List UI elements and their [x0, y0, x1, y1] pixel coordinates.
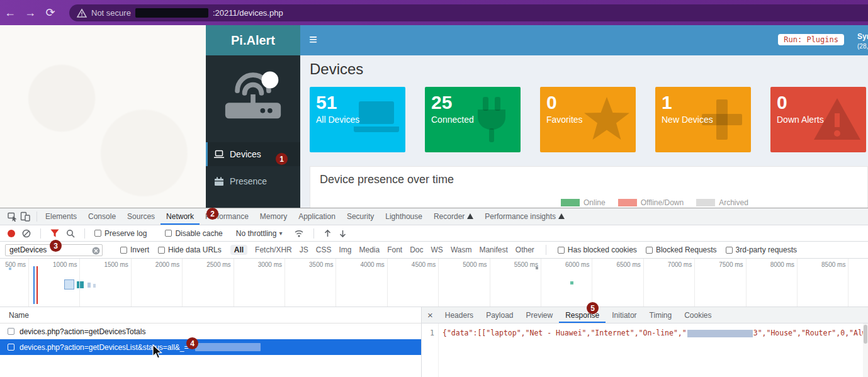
clear-log-icon[interactable]: [22, 229, 31, 238]
redacted-host: [135, 8, 208, 18]
response-viewer[interactable]: 1 {"data":[["laptop","Net - Huawei","Int…: [422, 324, 868, 377]
filter-type-ws[interactable]: WS: [431, 245, 443, 254]
legend-label: Offline/Down: [641, 198, 684, 207]
request-row[interactable]: devices.php?action=getDevicesTotals: [0, 324, 421, 339]
reload-icon[interactable]: ⟳: [40, 3, 60, 22]
filter-type-media[interactable]: Media: [359, 245, 380, 254]
detail-tab-headers[interactable]: Headers: [439, 307, 480, 323]
timeline-gridline: [28, 259, 29, 307]
router-logo-icon: [206, 63, 300, 123]
tab-performance-insights[interactable]: Performance insights: [479, 208, 570, 225]
timeline-gridline: [182, 259, 183, 307]
sidebar-item-presence[interactable]: Presence: [206, 169, 300, 193]
timeline-tick-label: 3000 ms: [247, 261, 282, 268]
record-button[interactable]: [8, 230, 15, 237]
request-file-icon: [8, 328, 14, 335]
summary-cards: 51 All Devices 25 Connected 0 Favorites …: [310, 87, 868, 152]
legend-swatch: [561, 199, 580, 206]
throttling-dropdown[interactable]: No throttling▾: [236, 229, 283, 238]
laptop-icon: [214, 150, 224, 159]
tab-recorder[interactable]: Recorder: [428, 208, 479, 225]
filter-type-img[interactable]: Img: [339, 245, 351, 254]
tab-elements[interactable]: Elements: [40, 208, 82, 225]
scrollbar-thumb[interactable]: [864, 325, 867, 344]
tab-label: Network: [166, 212, 194, 221]
detail-tab-preview[interactable]: Preview: [520, 307, 560, 323]
tab-memory[interactable]: Memory: [254, 208, 293, 225]
annotation-badge-1: 1: [276, 153, 288, 165]
checkbox-label: Blocked Requests: [656, 245, 717, 254]
card-new-devices[interactable]: 1 New Devices: [655, 87, 751, 152]
inspect-element-icon[interactable]: [8, 211, 18, 222]
export-har-icon[interactable]: [339, 229, 347, 238]
import-har-icon[interactable]: [324, 229, 332, 238]
address-bar[interactable]: Not secure :20211/devices.php: [69, 4, 868, 21]
line-number-gutter: 1: [422, 324, 439, 377]
tab-lighthouse[interactable]: Lighthouse: [380, 208, 428, 225]
browser-toolbar: ← → ⟳ Not secure :20211/devices.php: [0, 0, 868, 25]
scrollbar[interactable]: [863, 324, 868, 377]
tab-application[interactable]: Application: [293, 208, 341, 225]
device-toolbar-icon[interactable]: [20, 211, 30, 222]
calendar-icon: [214, 177, 224, 186]
legend-archived[interactable]: Archived: [696, 198, 748, 207]
run-plugins-button[interactable]: Run: Plugins: [778, 34, 844, 45]
legend-offline[interactable]: Offline/Down: [618, 198, 684, 207]
dropdown-value: No throttling: [236, 229, 277, 238]
has-blocked-cookies-checkbox[interactable]: Has blocked cookies: [558, 245, 637, 254]
filter-type-wasm[interactable]: Wasm: [451, 245, 472, 254]
card-connected[interactable]: 25 Connected: [425, 87, 521, 152]
timeline-gridline: [592, 259, 592, 307]
card-favorites[interactable]: 0 Favorites: [540, 87, 636, 152]
detail-tab-timing[interactable]: Timing: [643, 307, 679, 323]
hide-data-urls-checkbox[interactable]: Hide data URLs: [158, 245, 222, 254]
checkbox: [120, 247, 127, 254]
back-icon[interactable]: ←: [0, 3, 20, 22]
preserve-log-checkbox[interactable]: Preserve log: [94, 229, 147, 238]
filter-icon[interactable]: [50, 229, 59, 237]
detail-tab-payload[interactable]: Payload: [480, 307, 519, 323]
network-conditions-icon[interactable]: [294, 229, 304, 237]
network-overview-timeline[interactable]: 500 ms1000 ms1500 ms2000 ms2500 ms3000 m…: [0, 259, 868, 307]
tab-console[interactable]: Console: [82, 208, 121, 225]
legend-online[interactable]: Online: [561, 198, 606, 207]
redacted-response-value: [687, 330, 753, 337]
search-icon[interactable]: [66, 229, 75, 238]
close-icon[interactable]: ×: [422, 307, 439, 323]
redacted-query-param: [195, 343, 261, 351]
card-all-devices[interactable]: 51 All Devices: [310, 87, 405, 152]
tab-sources[interactable]: Sources: [121, 208, 161, 225]
chevron-down-icon: ▾: [279, 230, 282, 237]
filter-type-fetch-xhr[interactable]: Fetch/XHR: [255, 245, 292, 254]
tab-security[interactable]: Security: [341, 208, 380, 225]
url-text: :20211/devices.php: [213, 8, 283, 18]
filter-type-doc[interactable]: Doc: [410, 245, 423, 254]
request-row-selected[interactable]: devices.php?action=getDevicesList&status…: [0, 339, 421, 355]
request-type-filters: All Fetch/XHR JS CSS Img Media Font Doc …: [230, 245, 534, 255]
filter-type-js[interactable]: JS: [300, 245, 308, 254]
screenshot-root: ← → ⟳ Not secure :20211/devices.php Pi.A…: [0, 0, 868, 377]
third-party-requests-checkbox[interactable]: 3rd-party requests: [726, 245, 797, 254]
filter-type-css[interactable]: CSS: [316, 245, 332, 254]
detail-tab-cookies[interactable]: Cookies: [678, 307, 718, 323]
filter-type-other[interactable]: Other: [516, 245, 534, 254]
detail-tab-response[interactable]: Response: [559, 307, 606, 323]
card-down-alerts[interactable]: 0 Down Alerts: [770, 87, 866, 152]
filter-type-manifest[interactable]: Manifest: [479, 245, 507, 254]
card-label: Connected: [425, 113, 521, 125]
timeline-activity-mark: [570, 281, 573, 284]
forward-icon[interactable]: →: [20, 3, 40, 22]
corner-line-1: Sym: [857, 32, 868, 41]
clear-filter-icon[interactable]: [92, 247, 100, 255]
timeline-tick-label: 6500 ms: [606, 261, 641, 268]
tab-network[interactable]: Network: [161, 208, 200, 225]
brand-logo[interactable]: Pi.Alert: [206, 25, 300, 55]
detail-tab-initiator[interactable]: Initiator: [606, 307, 643, 323]
invert-checkbox[interactable]: Invert: [120, 245, 149, 254]
request-list-header[interactable]: Name: [0, 307, 421, 324]
blocked-requests-checkbox[interactable]: Blocked Requests: [646, 245, 717, 254]
filter-type-font[interactable]: Font: [387, 245, 402, 254]
menu-toggle-icon[interactable]: ≡: [309, 31, 317, 48]
disable-cache-checkbox[interactable]: Disable cache: [165, 229, 222, 238]
filter-type-all[interactable]: All: [230, 245, 247, 255]
